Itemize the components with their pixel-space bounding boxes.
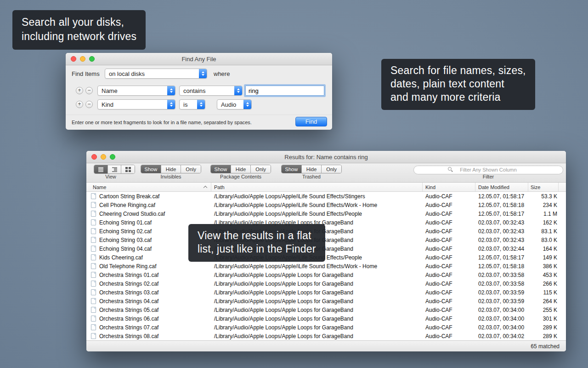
column-header-size[interactable]: Size xyxy=(528,183,559,191)
column-header-path[interactable]: Path xyxy=(211,183,423,191)
table-row[interactable]: Orchestra Strings 06.caf/Library/Audio/A… xyxy=(86,314,566,323)
popup-arrows-icon xyxy=(167,99,175,109)
file-size: 1.1 M xyxy=(528,211,559,217)
close-button[interactable] xyxy=(91,154,97,160)
file-name: Echoing String 03.caf xyxy=(99,237,152,243)
attribute-popup[interactable]: Name xyxy=(97,86,175,96)
file-path: /Library/Audio/Apple Loops/Apple/iLife S… xyxy=(211,202,423,208)
operator-popup[interactable]: contains xyxy=(179,86,243,96)
table-row[interactable]: Old Telephone Ring.caf/Library/Audio/App… xyxy=(86,262,566,270)
file-name: Echoing String 02.caf xyxy=(99,228,152,235)
document-icon xyxy=(91,316,96,322)
only-segment[interactable]: Only xyxy=(181,165,201,173)
add-criterion-button[interactable]: + xyxy=(76,87,83,94)
table-row[interactable]: Cheering Crowd Studio.caf/Library/Audio/… xyxy=(86,209,566,218)
table-row[interactable]: Cell Phone Ringing.caf/Library/Audio/App… xyxy=(86,201,566,209)
kind-value-popup[interactable]: Audio xyxy=(217,99,252,109)
file-size: 289 K xyxy=(528,333,559,339)
hide-segment[interactable]: Hide xyxy=(302,165,322,173)
attribute-popup[interactable]: Kind xyxy=(97,99,175,109)
filter-input[interactable] xyxy=(413,166,563,174)
document-icon xyxy=(91,193,96,199)
show-segment[interactable]: Show xyxy=(282,165,302,173)
show-segment[interactable]: Show xyxy=(141,165,161,173)
document-icon xyxy=(91,219,96,225)
table-row[interactable]: Orchestra Strings 08.caf/Library/Audio/A… xyxy=(86,332,566,340)
minimize-button[interactable] xyxy=(101,154,106,160)
operator-popup[interactable]: is xyxy=(179,99,205,109)
hide-segment[interactable]: Hide xyxy=(231,165,251,173)
filter-control-group: Filter xyxy=(413,163,563,183)
view-icons-button[interactable] xyxy=(121,165,135,173)
popup-arrows-icon xyxy=(197,99,205,109)
table-row[interactable]: Cartoon String Break.caf/Library/Audio/A… xyxy=(86,192,566,201)
file-name-cell: Orchestra Strings 07.caf xyxy=(86,324,211,331)
document-icon xyxy=(91,254,96,260)
search-term-field xyxy=(245,86,324,96)
document-icon xyxy=(91,333,96,339)
only-segment[interactable]: Only xyxy=(322,165,341,173)
view-flat-list-button[interactable] xyxy=(94,165,108,173)
caption-line: dates, plain text content xyxy=(390,77,526,91)
table-row[interactable]: Orchestra Strings 05.caf/Library/Audio/A… xyxy=(86,305,566,314)
table-row[interactable]: Orchestra Strings 07.caf/Library/Audio/A… xyxy=(86,323,566,332)
view-hierarchical-button[interactable] xyxy=(108,165,122,173)
hide-segment[interactable]: Hide xyxy=(161,165,181,173)
document-icon xyxy=(91,281,96,287)
column-header-name[interactable]: Name xyxy=(86,183,211,191)
only-segment[interactable]: Only xyxy=(251,165,271,173)
zoom-button[interactable] xyxy=(89,56,95,62)
scope-popup[interactable]: on local disks xyxy=(105,69,207,79)
hierarchical-list-icon xyxy=(112,167,118,172)
table-row[interactable]: Orchestra Strings 01.caf/Library/Audio/A… xyxy=(86,270,566,279)
close-button[interactable] xyxy=(71,56,76,62)
table-row[interactable]: Echoing String 04.caf/Library/Audio/Appl… xyxy=(86,244,566,253)
column-header-date-modified[interactable]: Date Modified xyxy=(475,183,528,191)
table-row[interactable]: Echoing String 03.caf/Library/Audio/Appl… xyxy=(86,236,566,244)
file-kind: Audio-CAF xyxy=(423,254,475,261)
document-icon xyxy=(91,324,96,330)
table-row[interactable]: Echoing String 01.caf/Library/Audio/Appl… xyxy=(86,218,566,227)
table-row[interactable]: Orchestra Strings 03.caf/Library/Audio/A… xyxy=(86,288,566,297)
add-criterion-button[interactable]: + xyxy=(76,101,83,108)
popup-arrows-icon xyxy=(199,69,207,79)
find-button[interactable]: Find xyxy=(295,117,327,126)
segmented-control: ShowHideOnly xyxy=(281,165,342,173)
search-term-input[interactable] xyxy=(246,86,324,95)
table-row[interactable]: Echoing String 02.caf/Library/Audio/Appl… xyxy=(86,227,566,236)
column-header-spare xyxy=(559,183,566,191)
file-name: Orchestra Strings 04.caf xyxy=(99,298,158,305)
file-kind: Audio-CAF xyxy=(423,228,475,235)
traffic-lights xyxy=(71,56,95,62)
hint-text: Enter one or more text fragments to look… xyxy=(72,120,252,125)
column-header-kind[interactable]: Kind xyxy=(423,183,475,191)
file-name-cell: Orchestra Strings 03.caf xyxy=(86,289,211,296)
find-window-titlebar[interactable]: Find Any File xyxy=(66,53,332,65)
remove-criterion-button[interactable]: − xyxy=(85,87,93,94)
footer-separator xyxy=(66,115,332,115)
scope-popup-value: on local disks xyxy=(109,70,145,77)
show-segment[interactable]: Show xyxy=(211,165,231,173)
file-date-modified: 02.03.07, 00:34:00 xyxy=(475,316,528,322)
file-date-modified: 12.05.07, 01:58:18 xyxy=(475,263,528,270)
file-size: 264 K xyxy=(528,298,559,305)
document-icon xyxy=(91,237,96,243)
results-window-titlebar[interactable]: Results for: Name contains ring xyxy=(86,151,566,163)
file-name-cell: Orchestra Strings 01.caf xyxy=(86,272,211,278)
file-name: Cartoon String Break.caf xyxy=(99,193,159,200)
document-icon xyxy=(91,298,96,304)
view-label: View xyxy=(90,174,131,179)
file-name: Orchestra Strings 02.caf xyxy=(99,281,158,287)
remove-criterion-button[interactable]: − xyxy=(85,101,93,108)
file-path: /Library/Audio/Apple Loops/Apple Loops f… xyxy=(211,281,423,287)
segmented-control: ShowHideOnly xyxy=(210,165,271,173)
file-size: 289 K xyxy=(528,324,559,331)
table-row[interactable]: Orchestra Strings 02.caf/Library/Audio/A… xyxy=(86,279,566,288)
zoom-button[interactable] xyxy=(110,154,115,160)
table-row[interactable]: Kids Cheering.caf/Library/Audio/Apple Lo… xyxy=(86,253,566,262)
file-path: /Library/Audio/Apple Loops/Apple/iLife S… xyxy=(211,193,423,200)
sort-ascending-icon xyxy=(204,186,207,190)
table-row[interactable]: Orchestra Strings 04.caf/Library/Audio/A… xyxy=(86,297,566,305)
minimize-button[interactable] xyxy=(80,56,85,62)
file-name-cell: Orchestra Strings 02.caf xyxy=(86,281,211,287)
